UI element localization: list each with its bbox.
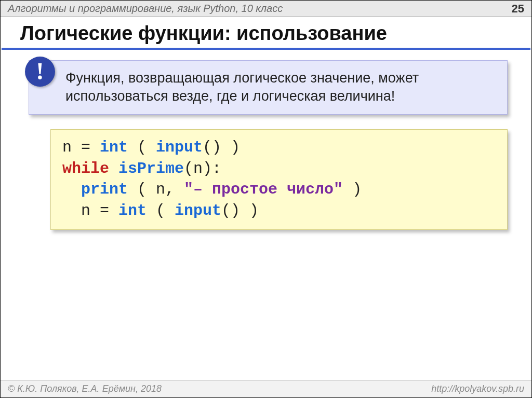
footer-bar: © К.Ю. Поляков, Е.А. Ерёмин, 2018 http:/…	[1, 380, 531, 397]
slide: Алгоритмы и программирование, язык Pytho…	[0, 0, 532, 398]
code-line-3: print ( n, "– простое число" )	[62, 181, 371, 198]
copyright-label: © К.Ю. Поляков, Е.А. Ерёмин, 2018	[8, 383, 162, 394]
content-area: ! Функция, возвращающая логическое значе…	[1, 60, 531, 380]
code-line-4: n = int ( input() )	[62, 202, 259, 219]
page-number: 25	[512, 2, 524, 16]
subject-label: Алгоритмы и программирование, язык Pytho…	[8, 3, 283, 15]
slide-title: Логические функции: использование	[2, 17, 530, 50]
info-callout: ! Функция, возвращающая логическое значе…	[29, 60, 508, 115]
callout-text: Функция, возвращающая логическое значени…	[65, 69, 495, 105]
code-line-1: n = int ( input() )	[62, 139, 240, 156]
code-block: n = int ( input() ) while isPrime(n): pr…	[50, 129, 508, 230]
header-bar: Алгоритмы и программирование, язык Pytho…	[1, 1, 531, 17]
footer-url: http://kpolyakov.spb.ru	[431, 383, 524, 394]
code-line-2: while isPrime(n):	[62, 160, 221, 177]
exclamation-icon: !	[25, 57, 55, 87]
